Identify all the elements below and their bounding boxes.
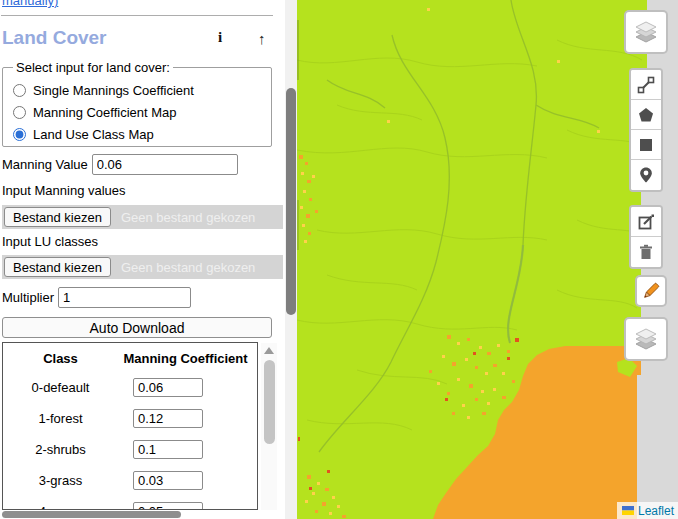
- app-window: manually) Land Cover i ↑ Select input fo…: [0, 0, 678, 519]
- manning-coefficient-input[interactable]: [133, 378, 203, 397]
- column-header-manning: Manning Coefficient: [118, 351, 253, 366]
- radio-row-single-manning[interactable]: Single Mannings Coefficient: [11, 79, 263, 101]
- multiplier-input[interactable]: [58, 287, 191, 308]
- edit-layers-button[interactable]: [631, 207, 661, 237]
- marker-icon: [637, 166, 655, 184]
- auto-download-button[interactable]: Auto Download: [2, 317, 272, 338]
- draw-polyline-button[interactable]: [631, 70, 661, 100]
- layers-control-button[interactable]: [624, 317, 668, 361]
- scroll-up-arrow-icon[interactable]: [264, 347, 274, 354]
- manning-value-row: Manning Value: [2, 154, 238, 175]
- manning-coefficient-input[interactable]: [133, 471, 203, 490]
- leaflet-link[interactable]: Leaflet: [638, 504, 674, 518]
- polygon-icon: [637, 106, 655, 124]
- radio-land-use-map[interactable]: [13, 128, 26, 141]
- polyline-icon: [637, 76, 655, 94]
- manning-file-input[interactable]: Bestand kiezen Geen bestand gekozen: [2, 205, 283, 229]
- land-cover-input-fieldset: Select input for land cover: Single Mann…: [2, 60, 272, 147]
- section-divider: [1, 15, 273, 16]
- manning-coefficient-input[interactable]: [133, 440, 203, 459]
- pencil-tool-button[interactable]: [635, 275, 667, 307]
- horizontal-scrollbar-thumb[interactable]: [2, 511, 181, 518]
- radio-label[interactable]: Manning Coefficient Map: [33, 105, 177, 120]
- choose-file-button[interactable]: Bestand kiezen: [4, 207, 111, 227]
- pencil-icon: [640, 280, 662, 302]
- radio-label[interactable]: Land Use Class Map: [33, 127, 154, 142]
- multiplier-label: Multiplier: [2, 290, 54, 305]
- sidebar-vertical-scrollbar[interactable]: [285, 0, 297, 519]
- edit-icon: [637, 213, 655, 231]
- table-row: 4-crops: [3, 502, 257, 510]
- table-row: 0-defeault: [3, 378, 257, 397]
- delete-layers-button[interactable]: [631, 237, 661, 267]
- layers-control-button[interactable]: [624, 10, 668, 54]
- ukraine-flag-icon: [622, 506, 634, 515]
- layers-icon: [633, 19, 659, 45]
- column-header-class: Class: [3, 351, 118, 366]
- draw-polygon-button[interactable]: [631, 100, 661, 130]
- draw-rectangle-button[interactable]: [631, 130, 661, 160]
- input-manning-values-label: Input Manning values: [2, 183, 126, 198]
- lu-file-input[interactable]: Bestand kiezen Geen bestand gekozen: [2, 255, 283, 279]
- choose-file-button[interactable]: Bestand kiezen: [4, 257, 111, 277]
- radio-manning-map[interactable]: [13, 106, 26, 119]
- map-attribution: Leaflet: [617, 502, 678, 519]
- manning-coefficient-input[interactable]: [133, 502, 203, 510]
- layers-icon: [633, 326, 659, 352]
- rectangle-icon: [637, 136, 655, 154]
- fieldset-legend: Select input for land cover:: [13, 60, 173, 75]
- edit-toolbar: [629, 205, 663, 269]
- file-status-text: Geen bestand gekozen: [121, 210, 255, 225]
- table-scrollbar-thumb[interactable]: [264, 360, 275, 444]
- radio-row-land-use-map[interactable]: Land Use Class Map: [11, 123, 263, 145]
- input-lu-classes-label: Input LU classes: [2, 234, 98, 249]
- class-label: 0-defeault: [3, 380, 118, 395]
- radio-single-manning[interactable]: [13, 84, 26, 97]
- sidebar: manually) Land Cover i ↑ Select input fo…: [0, 0, 285, 519]
- draw-marker-button[interactable]: [631, 160, 661, 190]
- radio-row-manning-map[interactable]: Manning Coefficient Map: [11, 101, 263, 123]
- table-row: 3-grass: [3, 471, 257, 490]
- table-row: 1-forest: [3, 409, 257, 428]
- manually-link[interactable]: manually): [2, 0, 58, 8]
- land-use-raster: [297, 0, 678, 519]
- trash-icon: [637, 243, 655, 261]
- class-label: 3-grass: [3, 473, 118, 488]
- table-header-row: Class Manning Coefficient: [3, 351, 257, 366]
- collapse-arrow-icon[interactable]: ↑: [258, 30, 266, 47]
- info-icon[interactable]: i: [218, 29, 222, 46]
- class-label: 2-shrubs: [3, 442, 118, 457]
- manning-value-label: Manning Value: [2, 157, 88, 172]
- manning-class-table: Class Manning Coefficient 0-defeault 1-f…: [2, 342, 258, 510]
- class-label: 1-forest: [3, 411, 118, 426]
- leaflet-map[interactable]: Leaflet: [297, 0, 678, 519]
- table-row: 2-shrubs: [3, 440, 257, 459]
- manning-coefficient-input[interactable]: [133, 409, 203, 428]
- page-title: Land Cover: [2, 27, 107, 48]
- land-cover-header: Land Cover i ↑: [2, 27, 274, 49]
- table-scrollbar[interactable]: [261, 343, 277, 510]
- draw-toolbar: [629, 68, 663, 192]
- file-status-text: Geen bestand gekozen: [121, 260, 255, 275]
- manning-value-input[interactable]: [92, 154, 238, 175]
- sidebar-horizontal-scrollbar[interactable]: [0, 510, 285, 519]
- multiplier-row: Multiplier: [2, 287, 191, 308]
- vertical-scrollbar-thumb[interactable]: [286, 88, 296, 315]
- radio-label[interactable]: Single Mannings Coefficient: [33, 83, 194, 98]
